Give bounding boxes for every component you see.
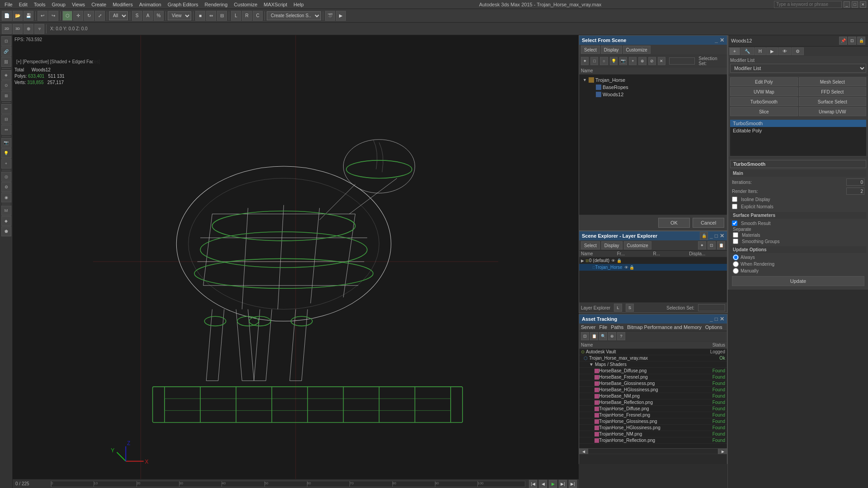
reference-dropdown[interactable]: All <box>109 11 128 20</box>
sfs-filter-all-btn[interactable]: ✦ <box>581 57 589 65</box>
mp-modifier-dropdown[interactable]: Modifier List <box>730 64 866 73</box>
sfs-invert-btn[interactable]: ⊘ <box>648 57 656 65</box>
tool-modifier3[interactable]: ⬟ <box>1 226 11 236</box>
at-path-input[interactable] <box>579 454 727 464</box>
at-row-maps[interactable]: ▼ Maps / Shaders <box>579 361 727 368</box>
sfs-filter-helper-btn[interactable]: + <box>629 57 637 65</box>
mp-when-rendering-radio[interactable] <box>733 261 739 267</box>
menu-create[interactable]: Create <box>89 2 109 7</box>
search-input[interactable] <box>774 1 842 8</box>
at-scroll-right[interactable]: ▶ <box>718 449 727 454</box>
mp-stack-turbosm[interactable]: TurboSmooth <box>730 120 866 127</box>
mirror-btn[interactable]: ⇔ <box>206 11 216 21</box>
se-layer-btn[interactable]: L <box>614 304 622 312</box>
at-btn3[interactable]: 🔍 <box>599 332 607 340</box>
at-row-tex0[interactable]: HorseBase_Diffuse.png Found <box>579 368 727 374</box>
mp-render-iters-input[interactable] <box>846 188 864 195</box>
save-btn[interactable]: 💾 <box>24 11 33 21</box>
sfs-tree[interactable]: ▼ Trojan_Horse BaseRopes Woods12 <box>579 75 727 215</box>
se-tab-select[interactable]: Select <box>581 241 600 249</box>
menu-graph-editors[interactable]: Graph Editors <box>165 2 201 7</box>
sfs-minimize-btn[interactable]: _ <box>715 37 718 43</box>
menu-views[interactable]: Views <box>69 2 88 7</box>
tool-space[interactable]: ◎ <box>1 172 11 182</box>
view-dropdown[interactable]: View <box>168 11 191 20</box>
at-btn2[interactable]: 📋 <box>590 332 598 340</box>
mp-tab-hierarchy[interactable]: H <box>755 47 766 55</box>
mp-smoothing-check[interactable] <box>733 239 738 244</box>
mp-explicit-check[interactable] <box>732 204 737 209</box>
create-sel-dropdown[interactable]: Create Selection S... <box>267 11 321 20</box>
at-btn5[interactable]: ? <box>617 332 625 340</box>
mp-icon2[interactable]: 🔒 <box>857 37 865 45</box>
tool-ffd[interactable]: ⊞ <box>1 91 11 101</box>
se-tab-display[interactable]: Display <box>601 241 623 249</box>
at-menu-server[interactable]: Server <box>581 324 595 330</box>
sfs-none-btn[interactable]: ✕ <box>658 57 665 65</box>
mp-btn-mesh-select[interactable]: Mesh Select <box>799 77 867 86</box>
se-scene-btn[interactable]: S <box>626 304 634 312</box>
undo-btn[interactable]: ↩ <box>38 11 47 21</box>
mp-btn-surface-select[interactable]: Surface Select <box>799 97 867 106</box>
se-tab-customize[interactable]: Customize <box>624 241 651 249</box>
tool-reactor[interactable]: ⚙ <box>1 182 11 192</box>
se-icon2[interactable]: ⊡ <box>708 241 716 249</box>
se-tree[interactable]: ▶ ⊞ 0 (default) 👁 🔒 □ Trojan_Horse 👁 🔒 <box>579 257 727 302</box>
at-content[interactable]: ⊙ Autodesk Vault Logged ⬡ Trojan_Horse_m… <box>579 349 727 448</box>
mp-icon1[interactable]: ⊡ <box>848 37 856 45</box>
se-restore-btn[interactable]: □ <box>715 233 718 239</box>
sfs-ok-btn[interactable]: OK <box>658 218 690 228</box>
at-menu-file[interactable]: File <box>599 324 607 330</box>
tool-unlink[interactable]: ⛓ <box>1 57 11 67</box>
render-setup[interactable]: 🎬 <box>325 11 335 21</box>
menu-animation[interactable]: Animation <box>137 2 164 7</box>
mp-modifier-stack[interactable]: TurboSmooth Editable Poly <box>730 120 866 156</box>
close-button[interactable]: ✕ <box>860 1 866 8</box>
curve-editor[interactable]: C <box>253 11 263 21</box>
mp-btn-uvw-map[interactable]: UVW Map <box>730 87 798 96</box>
render-btn[interactable]: ▶ <box>336 11 346 21</box>
menu-rendering[interactable]: Rendering <box>202 2 231 7</box>
se-tree-trojan[interactable]: □ Trojan_Horse 👁 🔒 <box>579 264 727 271</box>
tool-modifier2[interactable]: ◆ <box>1 216 11 226</box>
menu-file[interactable]: File <box>2 2 15 7</box>
sfs-filter-warp-btn[interactable]: ⊕ <box>638 57 646 65</box>
restore-button[interactable]: □ <box>852 1 858 8</box>
at-menu-bitmap[interactable]: Bitmap Performance and Memory <box>627 324 701 330</box>
next-frame-btn[interactable]: ▶| <box>559 480 567 488</box>
at-row-tex9[interactable]: TrojanHorse_HGlossiness.png Found <box>579 425 727 431</box>
redo-btn[interactable]: ↪ <box>48 11 58 21</box>
at-btn4[interactable]: ⊕ <box>608 332 616 340</box>
named-sel-btn[interactable]: ■ <box>195 11 205 21</box>
menu-customize[interactable]: Customize <box>231 2 260 7</box>
tool-mirror[interactable]: ⇔ <box>1 125 11 135</box>
play-btn[interactable]: ▶ <box>549 480 557 488</box>
at-scroll-track[interactable] <box>588 449 718 454</box>
se-sel-set-input[interactable] <box>698 304 725 311</box>
tree-item-trojan[interactable]: ▼ Trojan_Horse <box>581 76 725 84</box>
at-row-tex11[interactable]: TrojanHorse_Reflection.png Found <box>579 437 727 444</box>
at-btn1[interactable]: ⊡ <box>581 332 589 340</box>
at-row-tex6[interactable]: TrojanHorse_Diffuse.png Found <box>579 406 727 412</box>
menu-maxscript[interactable]: MAXScript <box>261 2 290 7</box>
mp-materials-check[interactable] <box>733 232 738 238</box>
layer-btn[interactable]: L <box>231 11 241 21</box>
sfs-close-btn[interactable]: ✕ <box>720 37 724 43</box>
tool-paint[interactable]: ✏ <box>1 104 11 114</box>
se-close-btn[interactable]: ✕ <box>720 233 724 239</box>
vertex-snap[interactable]: ▿ <box>34 24 44 34</box>
tool-dynamics[interactable]: ◉ <box>1 192 11 202</box>
tool-helper[interactable]: + <box>1 159 11 169</box>
se-icon1[interactable]: ✦ <box>698 241 706 249</box>
menu-edit[interactable]: Edit <box>16 2 30 7</box>
magnet-snap[interactable]: ⊕ <box>24 24 33 34</box>
at-menu-paths[interactable]: Paths <box>611 324 623 330</box>
se-lock-btn[interactable]: 🔒 <box>700 232 708 240</box>
tool-nurbs[interactable]: ⊙ <box>1 80 11 90</box>
mp-tab-motion[interactable]: ▶ <box>766 47 778 55</box>
at-close-btn[interactable]: ✕ <box>720 316 724 322</box>
at-row-tex1[interactable]: HorseBase_Fresnel.png Found <box>579 374 727 380</box>
at-row-tex7[interactable]: TrojanHorse_Fresnel.png Found <box>579 412 727 418</box>
sfs-filter-cam-btn[interactable]: 📷 <box>619 57 627 65</box>
mp-btn-edit-poly[interactable]: Edit Poly <box>730 77 798 86</box>
